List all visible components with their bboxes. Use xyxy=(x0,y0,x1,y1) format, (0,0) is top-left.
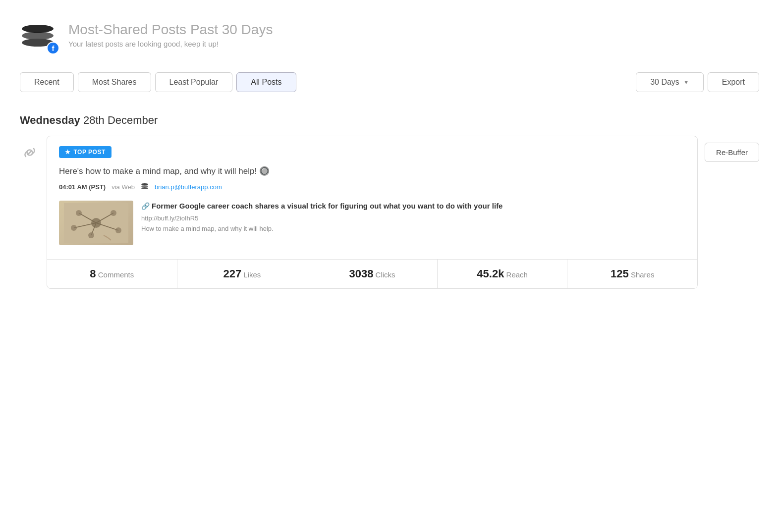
tab-all-posts[interactable]: All Posts xyxy=(236,72,296,92)
post-row: ★ TOP POST Here's how to make a mind map… xyxy=(20,136,759,289)
post-text: Here's how to make a mind map, and why i… xyxy=(59,166,685,176)
stat-clicks: 3038 Clicks xyxy=(307,260,438,288)
stats-bar: 8 Comments 227 Likes 3038 Clicks 45.2k R… xyxy=(47,259,697,288)
svg-point-2 xyxy=(22,25,54,33)
post-card: ★ TOP POST Here's how to make a mind map… xyxy=(47,136,698,289)
link-preview-title: 🔗Former Google career coach shares a vis… xyxy=(141,201,685,212)
post-email: brian.p@bufferapp.com xyxy=(155,183,222,191)
toolbar: Recent Most Shares Least Popular All Pos… xyxy=(20,72,759,92)
svg-point-14 xyxy=(111,210,116,216)
facebook-badge: f xyxy=(47,42,59,54)
stat-likes: 227 Likes xyxy=(177,260,308,288)
svg-point-3 xyxy=(141,187,148,189)
header-text: Most-Shared Posts Past 30 Days Your late… xyxy=(68,22,273,48)
tab-least-popular[interactable]: Least Popular xyxy=(155,72,233,92)
buffer-small-icon xyxy=(141,182,149,192)
page-subtitle: Your latest posts are looking good, keep… xyxy=(68,40,273,48)
svg-point-1 xyxy=(22,32,54,40)
star-icon: ★ xyxy=(65,149,71,156)
svg-point-15 xyxy=(71,225,77,231)
post-via: via Web xyxy=(111,183,135,191)
tab-recent[interactable]: Recent xyxy=(20,72,74,92)
link-preview-desc: How to make a mind map, and why it will … xyxy=(141,225,685,232)
stat-shares: 125 Shares xyxy=(567,260,697,288)
svg-point-5 xyxy=(141,183,148,185)
chain-icon: 🔗 xyxy=(141,202,150,210)
page-header: f Most-Shared Posts Past 30 Days Your la… xyxy=(20,15,759,54)
tab-most-shares[interactable]: Most Shares xyxy=(78,72,151,92)
thumbnail-art xyxy=(59,201,133,245)
stat-reach: 45.2k Reach xyxy=(438,260,568,288)
svg-point-17 xyxy=(88,232,94,238)
rebuffer-button[interactable]: Re-Buffer xyxy=(705,143,759,162)
logo-wrapper: f xyxy=(20,15,59,54)
post-body: ★ TOP POST Here's how to make a mind map… xyxy=(47,136,697,259)
link-preview-url: http://buff.ly/2ioIhR5 xyxy=(141,214,685,222)
post-meta: 04:01 AM (PST) via Web brian.p@bufferapp… xyxy=(59,182,685,192)
stat-comments: 8 Comments xyxy=(47,260,177,288)
date-heading: Wednesday 28th December xyxy=(20,114,759,127)
chevron-down-icon: ▼ xyxy=(683,79,689,86)
export-button[interactable]: Export xyxy=(708,72,759,92)
link-preview-content: 🔗Former Google career coach shares a vis… xyxy=(141,201,685,245)
link-preview-thumbnail xyxy=(59,201,133,245)
svg-point-16 xyxy=(115,227,121,233)
page-title: Most-Shared Posts Past 30 Days xyxy=(68,22,273,38)
top-post-badge: ★ TOP POST xyxy=(59,146,111,158)
post-time: 04:01 AM (PST) xyxy=(59,183,106,191)
link-preview: 🔗Former Google career coach shares a vis… xyxy=(59,201,685,249)
svg-point-13 xyxy=(76,210,82,216)
days-dropdown[interactable]: 30 Days ▼ xyxy=(636,72,704,92)
svg-point-4 xyxy=(141,185,148,187)
post-link-icon xyxy=(20,144,40,165)
